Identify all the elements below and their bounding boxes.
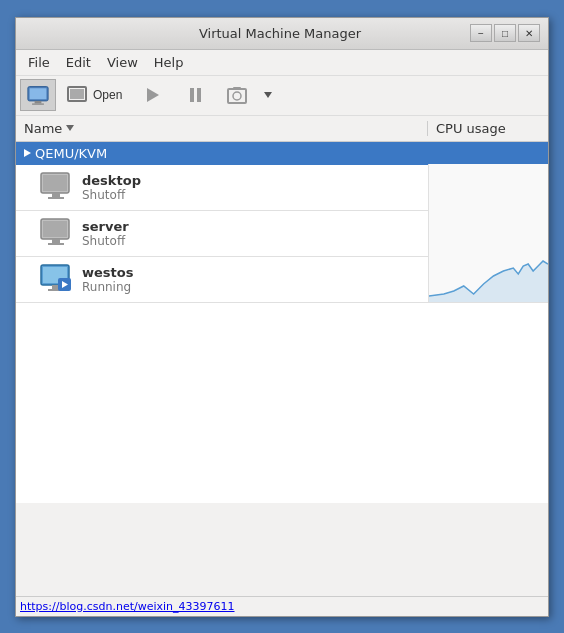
content-area: Name CPU usage QEMU/KVM (16, 116, 548, 596)
vm-icon-desktop (40, 171, 72, 203)
vm-row-server[interactable]: server Shutoff (16, 211, 548, 257)
svg-rect-16 (48, 243, 64, 245)
vm-name-server: server (82, 219, 129, 234)
vm-cpu-westos (428, 256, 548, 302)
menu-help[interactable]: Help (146, 53, 192, 72)
window-controls: − □ ✕ (470, 24, 540, 42)
svg-rect-5 (70, 89, 84, 99)
vm-icon-server (40, 217, 72, 249)
vm-list: QEMU/KVM desktop Shutoff (16, 142, 548, 596)
vm-name-westos: westos (82, 265, 133, 280)
svg-rect-8 (233, 87, 241, 90)
svg-rect-14 (43, 221, 67, 237)
open-icon (67, 84, 89, 106)
vm-text-desktop: desktop Shutoff (82, 173, 141, 202)
titlebar: Virtual Machine Manager − □ ✕ (16, 18, 548, 50)
name-column-header[interactable]: Name (16, 121, 428, 136)
cpu-column-header: CPU usage (428, 121, 548, 136)
play-icon (142, 84, 164, 106)
vm-cpu-server (428, 210, 548, 256)
vm-text-westos: westos Running (82, 265, 133, 294)
svg-rect-15 (52, 239, 60, 243)
statusbar-url[interactable]: https://blog.csdn.net/weixin_43397611 (20, 600, 235, 613)
window-title: Virtual Machine Manager (90, 26, 470, 41)
play-button[interactable] (133, 79, 173, 111)
snapshot-icon (226, 84, 248, 106)
pause-icon (184, 84, 206, 106)
vm-row-info-desktop: desktop Shutoff (16, 171, 428, 203)
menu-file[interactable]: File (20, 53, 58, 72)
menu-edit[interactable]: Edit (58, 53, 99, 72)
vm-cpu-desktop (428, 164, 548, 210)
vm-text-server: server Shutoff (82, 219, 129, 248)
empty-list-area (16, 303, 548, 503)
vm-status-westos: Running (82, 280, 133, 294)
svg-rect-11 (52, 193, 60, 197)
svg-rect-3 (32, 103, 44, 104)
maximize-button[interactable]: □ (494, 24, 516, 42)
pause-button[interactable] (175, 79, 215, 111)
close-button[interactable]: ✕ (518, 24, 540, 42)
qemu-kvm-group[interactable]: QEMU/KVM (16, 142, 548, 165)
dropdown-arrow-icon (264, 92, 272, 98)
snapshot-button[interactable] (217, 79, 257, 111)
group-expand-icon (24, 149, 31, 157)
menubar: File Edit View Help (16, 50, 548, 76)
sort-arrow-icon (66, 125, 74, 131)
vm-icon-westos (40, 263, 72, 295)
dropdown-button[interactable] (259, 79, 277, 111)
vm-row-westos[interactable]: westos Running (16, 257, 548, 303)
svg-rect-10 (43, 175, 67, 191)
main-window: Virtual Machine Manager − □ ✕ File Edit … (15, 17, 549, 617)
open-button[interactable]: Open (58, 79, 131, 111)
minimize-button[interactable]: − (470, 24, 492, 42)
vm-row-info-server: server Shutoff (16, 217, 428, 249)
toolbar: Open (16, 76, 548, 116)
svg-rect-2 (35, 101, 42, 104)
svg-rect-6 (228, 89, 246, 103)
vm-row-info-westos: westos Running (16, 263, 428, 295)
vm-row-desktop[interactable]: desktop Shutoff (16, 165, 548, 211)
svg-point-7 (233, 92, 241, 100)
svg-rect-1 (30, 88, 47, 99)
manage-icon (27, 84, 49, 106)
menu-view[interactable]: View (99, 53, 146, 72)
statusbar: https://blog.csdn.net/weixin_43397611 (16, 596, 548, 616)
vm-status-server: Shutoff (82, 234, 129, 248)
manage-button[interactable] (20, 79, 56, 111)
open-label: Open (93, 88, 122, 102)
svg-rect-12 (48, 197, 64, 199)
vm-status-desktop: Shutoff (82, 188, 141, 202)
column-headers: Name CPU usage (16, 116, 548, 142)
group-name: QEMU/KVM (35, 146, 107, 161)
vm-name-desktop: desktop (82, 173, 141, 188)
